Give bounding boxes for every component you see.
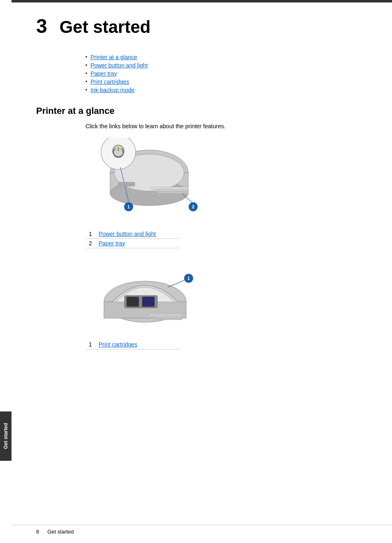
callout-link-print-cartridges[interactable]: Print cartridges [99,341,137,348]
chapter-number: 3 [36,15,47,37]
callout-label-3: Print cartridges [95,340,180,349]
bullet-1: • [85,54,87,60]
section-intro-1: Click the links below to learn about the… [85,123,367,129]
section-heading-1: Printer at a glance [36,106,367,118]
toc-list: • Printer at a glance • Power button and… [85,54,367,93]
svg-point-6 [117,146,120,149]
chapter-heading: 3 Get started [36,11,367,42]
svg-text:1: 1 [187,276,190,281]
svg-rect-20 [127,297,139,307]
svg-text:2: 2 [192,204,194,209]
callout-label-1: Power button and light [95,229,180,239]
page-footer: 8 Get started [12,525,392,535]
toc-item-1: • Printer at a glance [85,54,367,60]
toc-link-power-button[interactable]: Power button and light [90,62,148,69]
bullet-4: • [85,79,87,85]
svg-rect-8 [151,187,188,189]
svg-rect-21 [142,297,154,307]
svg-rect-23 [152,316,182,318]
main-content: 3 Get started • Printer at a glance • Po… [12,11,392,378]
callout-table-1: 1 Power button and light 2 Paper tray [85,229,180,248]
sidebar-tab-label: Get started [3,423,9,449]
callout-table-2: 1 Print cartridges [85,340,180,349]
toc-item-2: • Power button and light [85,62,367,69]
printer-svg-1: 1 2 [85,138,201,224]
footer-section-text: Get started [47,529,74,535]
callout-row-1: 1 Power button and light [85,229,180,239]
toc-link-printer-at-a-glance[interactable]: Printer at a glance [90,54,137,60]
top-border [12,0,392,2]
toc-link-paper-tray[interactable]: Paper tray [90,70,117,77]
printer-svg-2: 1 [85,261,201,335]
callout-number-1: 1 [85,229,95,239]
printer-diagram-1: 1 2 [85,138,367,225]
callout-row-2: 2 Paper tray [85,239,180,248]
toc-link-ink-backup[interactable]: Ink-backup mode [90,87,134,93]
callout-number-2: 2 [85,239,95,248]
toc-item-4: • Print cartridges [85,79,367,85]
svg-rect-9 [154,189,188,192]
callout-label-2: Paper tray [95,239,180,248]
bullet-5: • [85,87,87,93]
callout-link-paper-tray[interactable]: Paper tray [99,240,125,247]
toc-item-5: • Ink-backup mode [85,87,367,93]
svg-rect-12 [118,182,135,186]
toc-item-3: • Paper tray [85,70,367,77]
svg-rect-22 [149,314,182,316]
bullet-3: • [85,71,87,76]
sidebar-tab: Get started [0,411,12,461]
footer-page-number: 8 [36,529,39,535]
svg-text:1: 1 [127,204,130,209]
toc-link-print-cartridges[interactable]: Print cartridges [90,79,129,85]
svg-line-25 [168,280,184,287]
printer-diagram-2: 1 [85,261,367,336]
bullet-2: • [85,62,87,68]
callout-row-3: 1 Print cartridges [85,340,180,349]
chapter-title: Get started [60,17,151,37]
callout-number-3: 1 [85,340,95,349]
callout-link-power-button[interactable]: Power button and light [99,231,156,237]
svg-rect-10 [158,192,188,194]
svg-rect-24 [156,318,182,320]
